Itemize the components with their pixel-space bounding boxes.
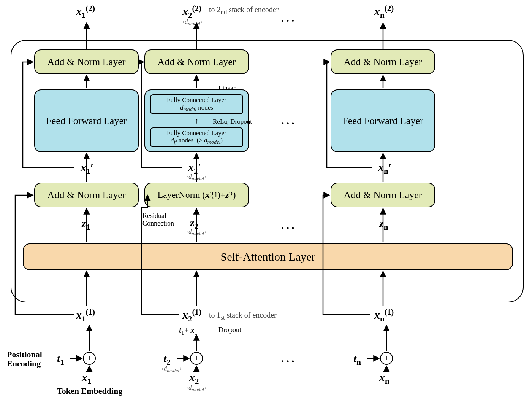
plus-col2: + (190, 352, 203, 365)
ffn-col3: Feed Forward Layer (331, 89, 435, 152)
ellipsis-ffn: ... (281, 114, 297, 127)
ffn-fc-bottom: Fully Connected Layerdff nodes (> dmodel… (150, 127, 244, 147)
dim-z2: dmodel (186, 228, 206, 237)
note-to-2nd: to 2nd stack of encoder (209, 5, 279, 16)
note-eq: = t1+ x1 (173, 326, 198, 337)
x2-bottom: x2 (189, 371, 199, 386)
dim-x2-prime: dmodel (186, 173, 206, 182)
x1-prime: x1′ (81, 161, 93, 176)
dim-x2-2: dmodel (182, 18, 203, 27)
ffn-linear-label: Linear (218, 84, 235, 92)
note-pos-enc: Positional Encoding (7, 350, 42, 368)
note-tok-emb: Token Embedding (57, 386, 122, 396)
note-residual: Residual Connection (142, 212, 174, 227)
addnorm-top-col3: Add & Norm Layer (331, 49, 435, 74)
output-x1-2: x1(2) (76, 4, 95, 20)
x2-1-label: x2(1) (182, 307, 201, 324)
output-x2-2: x2(2) (182, 4, 201, 20)
addnorm-top-col1: Add & Norm Layer (34, 49, 139, 74)
xn-prime: xn′ (378, 161, 391, 176)
output-xn-2: xn(2) (374, 4, 394, 20)
ffn-fc-top: Fully Connected Layerdmodel nodes (150, 94, 244, 114)
plus-col3: + (380, 352, 393, 365)
t1-label: t1 (57, 352, 64, 367)
xn-bottom: xn (379, 371, 390, 386)
addnorm-top-col2: Add & Norm Layer (144, 49, 249, 74)
x1-bottom: x1 (82, 371, 92, 386)
dim-x2-bottom: dmodel (186, 384, 206, 393)
note-to-1st: to 1st stack of encoder (209, 311, 277, 321)
ffn-col1: Feed Forward Layer (34, 89, 139, 152)
note-dropout: Dropout (218, 326, 241, 334)
x1-1-label: x1(1) (76, 307, 95, 324)
ellipsis-top: ... (281, 11, 297, 24)
dim-t2: dmodel (162, 365, 182, 374)
zn-label: zn (379, 217, 388, 232)
ellipsis-x1: ... (281, 352, 297, 365)
z1-label: z1 (82, 217, 90, 232)
self-attention-layer: Self-Attention Layer (23, 243, 513, 270)
ellipsis-z: ... (281, 219, 297, 232)
ffn-act-label: ReLu, Dropout (213, 118, 252, 126)
plus-col1: + (83, 352, 96, 365)
layernorm-expanded-col2: LayerNorm (x2(1)+ z2) (144, 183, 249, 207)
tn-label: tn (353, 352, 361, 367)
xn-1-label: xn(1) (374, 307, 394, 324)
addnorm-bot-col1: Add & Norm Layer (34, 183, 139, 207)
t2-label: t2 (163, 352, 171, 367)
addnorm-bot-col3: Add & Norm Layer (331, 183, 435, 207)
